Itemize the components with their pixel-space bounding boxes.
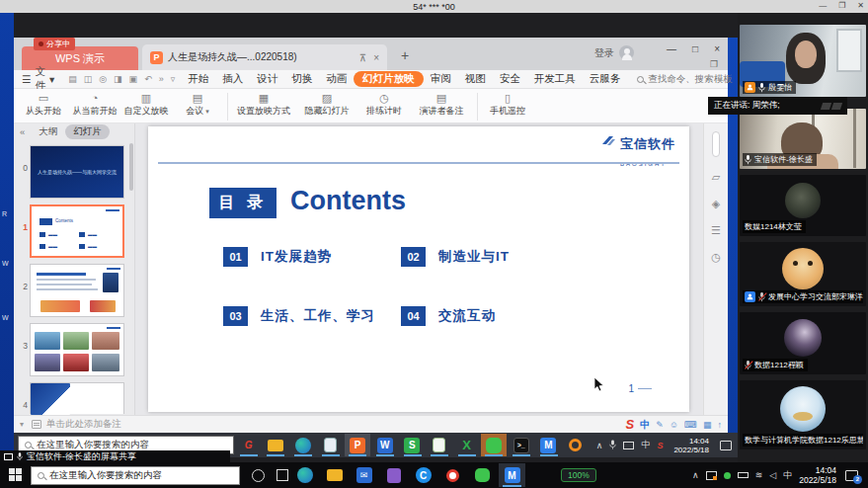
slide-thumbnail-3[interactable] <box>30 323 124 376</box>
document-tab[interactable]: P 人生是场持久战—...0220518) ⊼ × <box>142 44 387 70</box>
taskbar-app-wps[interactable]: S <box>400 434 426 456</box>
speaker-notes-button[interactable]: ▤演讲者备注 <box>410 92 473 118</box>
local-app-store[interactable] <box>380 463 407 487</box>
tab-slides[interactable]: 幻灯片 <box>65 124 110 139</box>
tray-display-icon[interactable] <box>706 471 717 480</box>
slide-thumbnail-2[interactable] <box>30 264 124 317</box>
shared-taskbar-clock[interactable]: 14:042022/5/18 <box>673 437 709 454</box>
taskbar-app-edge[interactable] <box>290 434 316 456</box>
login-label[interactable]: 登录 <box>594 46 614 60</box>
animation-tool-icon[interactable]: ◈ <box>712 198 720 210</box>
tray-green-dot-icon[interactable] <box>724 472 731 479</box>
sogou-logo-icon[interactable]: S <box>626 417 635 432</box>
ime-emoji-icon[interactable]: ☺ <box>670 420 678 430</box>
tray-language-indicator[interactable]: 中 <box>641 439 650 451</box>
ime-pen-icon[interactable]: ✎ <box>656 420 664 430</box>
slide-scrollbar[interactable] <box>712 131 720 157</box>
taskbar-app-powerpoint-active[interactable]: P <box>345 434 370 456</box>
ime-language-toggle[interactable]: 中 <box>640 418 650 432</box>
meeting-maximize-button[interactable]: ❐ <box>838 1 845 10</box>
local-app-blue-c[interactable]: C <box>410 463 436 487</box>
tray-display-icon[interactable] <box>623 442 634 449</box>
local-app-mail[interactable]: ✉ <box>351 463 377 487</box>
participant-video-3[interactable]: 数媒1214林文莹 <box>740 175 866 236</box>
meeting-close-button[interactable]: ✕ <box>857 1 864 10</box>
participant-video-5[interactable]: 数据1212程颖 <box>740 312 866 374</box>
local-app-meeting-active[interactable]: M <box>499 463 525 487</box>
hide-slide-button[interactable]: ▨隐藏幻灯片 <box>295 92 358 118</box>
slide-thumbnail-1-selected[interactable]: Contents ▬▬ ▬▬ ▬▬ ▬▬ <box>30 204 124 258</box>
taskbar-app-docs[interactable] <box>427 434 452 456</box>
local-taskbar-search[interactable]: 在这里输入你要搜索的内容 <box>31 466 240 485</box>
tray-sogou-icon[interactable]: S <box>657 441 663 450</box>
tab-transition[interactable]: 切换 <box>284 72 319 86</box>
undo-icon[interactable]: ↶ <box>144 74 152 84</box>
tab-design[interactable]: 设计 <box>250 72 284 86</box>
notes-collapse-icon[interactable]: ▾ <box>20 420 24 429</box>
tab-view[interactable]: 视图 <box>458 72 493 86</box>
ime-skin-icon[interactable]: ↑ <box>718 420 723 430</box>
wps-maximize-button[interactable]: □ <box>692 43 698 54</box>
save-icon[interactable]: ◫ <box>84 74 93 84</box>
rehearse-timing-button[interactable]: ◷排练计时 <box>358 92 410 118</box>
meeting-button[interactable]: ▤会议 <box>172 92 223 118</box>
history-tool-icon[interactable]: ◷ <box>711 251 721 264</box>
tab-security[interactable]: 安全 <box>493 72 527 86</box>
slide-thumbnail-0[interactable]: 人生是场持久战——与南大同学交流 <box>30 145 124 199</box>
local-app-wechat[interactable] <box>469 463 496 487</box>
taskbar-app-blue-m[interactable]: M <box>536 434 562 456</box>
taskbar-app-red-g[interactable]: G <box>236 434 262 456</box>
tab-insert[interactable]: 插入 <box>215 72 250 86</box>
open-icon[interactable]: ▤ <box>68 74 77 84</box>
meeting-minimize-button[interactable]: — <box>819 1 827 10</box>
collapse-panel-icon[interactable]: « <box>20 126 25 137</box>
taskbar-app-explorer[interactable] <box>263 434 288 456</box>
tab-cloud[interactable]: 云服务 <box>583 72 628 86</box>
layout-tool-icon[interactable]: ▱ <box>712 171 720 184</box>
play-from-current-button[interactable]: ◔从当前开始 <box>69 92 120 118</box>
collapse-icon[interactable]: ▿ <box>171 74 176 84</box>
notes-placeholder[interactable]: 单击此处添加备注 <box>46 418 121 431</box>
custom-show-button[interactable]: ▥自定义放映 <box>120 92 172 118</box>
more-icon[interactable]: » <box>159 74 164 84</box>
participant-video-2[interactable]: 宝信软件-徐长盛 <box>740 109 866 169</box>
slide-thumbnail-4[interactable] <box>30 382 124 414</box>
tab-outline[interactable]: 大纲 <box>39 125 57 138</box>
tray-battery-icon[interactable] <box>738 472 749 478</box>
notification-center-icon[interactable] <box>720 441 732 450</box>
ime-keyboard-icon[interactable]: ⌨ <box>684 420 697 430</box>
taskbar-app-orange-o[interactable] <box>563 434 589 456</box>
close-tab-icon[interactable]: × <box>373 52 379 63</box>
participant-video-1[interactable]: 殷雯怡 <box>740 25 866 97</box>
current-slide[interactable]: 宝信软件 BAOSIGHT 目 录 Contents 01 IT发展趋势 02 … <box>148 126 689 412</box>
phone-remote-button[interactable]: ▯手机遥控 <box>482 92 533 118</box>
tray-volume-icon[interactable]: ◁ <box>769 470 776 480</box>
preview-icon[interactable]: ◎ <box>99 74 107 84</box>
taskbar-app-green-x[interactable]: X <box>454 434 480 456</box>
command-search[interactable]: 查找命令、搜索模板 <box>637 73 733 86</box>
tray-expand-icon[interactable]: ∧ <box>692 470 699 480</box>
properties-tool-icon[interactable]: ☰ <box>711 224 721 237</box>
wps-minimize-button[interactable]: — <box>667 43 676 54</box>
account-avatar-icon[interactable] <box>619 45 634 60</box>
participant-video-6[interactable]: 数学与计算机学院数据1212乐思慧 <box>740 380 866 449</box>
start-button[interactable] <box>9 468 23 482</box>
tab-animation[interactable]: 动画 <box>319 72 354 86</box>
print-icon[interactable]: ◨ <box>114 74 122 84</box>
tab-home[interactable]: 开始 <box>181 72 215 86</box>
tray-expand-icon[interactable]: ∧ <box>596 441 603 450</box>
tab-devtools[interactable]: 开发工具 <box>527 72 583 86</box>
participant-video-4[interactable]: 发展中心学习交流部宋琳洋 <box>740 242 866 306</box>
login-area[interactable]: 登录 <box>594 45 634 60</box>
side-panel-toggle-icon[interactable]: ❐ <box>710 59 718 69</box>
output-icon[interactable]: ▣ <box>129 74 138 84</box>
setup-show-button[interactable]: ▦设置放映方式 <box>232 92 295 118</box>
new-tab-button[interactable]: + <box>401 47 409 63</box>
taskbar-app-terminal[interactable]: >_ <box>509 434 534 456</box>
local-app-explorer[interactable] <box>321 463 348 487</box>
taskbar-app-wechat-active[interactable] <box>481 434 507 456</box>
task-view-button[interactable] <box>276 469 288 481</box>
local-app-music-red[interactable] <box>439 463 466 487</box>
taskbar-app-word[interactable]: W <box>372 434 398 456</box>
tray-wifi-icon[interactable]: ≋ <box>755 470 763 480</box>
